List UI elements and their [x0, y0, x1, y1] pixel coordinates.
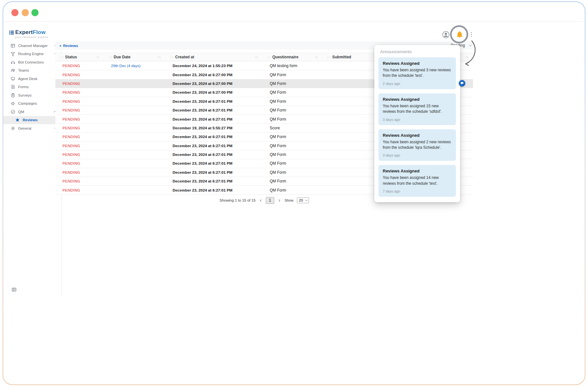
due-date-cell[interactable] [104, 97, 165, 106]
questionnaire-cell: QM Form [263, 133, 322, 141]
brand-tagline: your callcenter experts [15, 36, 48, 38]
announcement-body: You have been assigned 2 new reviews fro… [383, 139, 452, 151]
sidebar-item-routing-engine[interactable]: Routing Engine [3, 50, 62, 58]
created-at-cell: December 23, 2024 at 6:27:01 PM [165, 97, 263, 106]
sidebar-item-label: Campaigns [18, 101, 37, 105]
announcement-card[interactable]: Reviews Assigned You have been assigned … [379, 93, 456, 125]
sidebar-item-teams[interactable]: Teams [3, 66, 62, 75]
expertflow-logo: ExpertFlow your callcenter experts [9, 29, 48, 38]
page-size-value: 20 [299, 198, 303, 202]
due-date-cell[interactable] [104, 124, 165, 132]
drag-handle-icon[interactable]: ⋮⋮ [59, 55, 64, 59]
previous-page-button[interactable]: ‹ [259, 197, 262, 204]
announcement-title: Reviews Assigned [383, 169, 452, 173]
breadcrumb-label: Reviews [63, 44, 78, 48]
questionnaire-cell: QM testing form [263, 62, 322, 70]
sidebar-item-label: Channel Manager [18, 44, 48, 48]
due-date-cell[interactable] [104, 159, 165, 168]
notifications-bell-icon[interactable] [456, 30, 464, 39]
questionnaire-cell: QM Form [263, 186, 322, 194]
drag-handle-icon[interactable]: ⋮⋮ [169, 55, 174, 59]
announcement-time: 2 days ago [383, 82, 452, 86]
user-avatar-button[interactable] [442, 31, 449, 38]
due-date-cell[interactable] [104, 142, 165, 150]
status-cell: PENDING [55, 133, 104, 141]
questionnaire-cell: QM Form [263, 70, 322, 79]
zoom-window-button[interactable] [31, 9, 39, 16]
announcement-title: Reviews Assigned [383, 133, 452, 138]
sidebar-item-label: Forms [18, 85, 29, 89]
due-date-cell[interactable] [104, 88, 165, 97]
column-header-due-date[interactable]: ⋮⋮ Due Date ↑↓ [104, 53, 165, 61]
next-page-button[interactable]: › [278, 197, 281, 204]
sort-icon[interactable]: ↑↓ [466, 55, 469, 59]
sort-icon[interactable]: ↑↓ [315, 55, 318, 59]
announcement-time: 3 days ago [383, 153, 452, 157]
sidebar-item-channel-manager[interactable]: Channel Manager [3, 41, 62, 50]
sidebar-collapse-icon[interactable] [12, 287, 17, 292]
page-size-select[interactable]: 20 [297, 197, 309, 203]
due-date-cell[interactable] [104, 115, 165, 123]
created-at-cell: December 23, 2024 at 6:27:00 PM [165, 79, 263, 88]
status-cell: PENDING [55, 70, 104, 79]
created-at-cell: December 23, 2024 at 6:27:01 PM [165, 106, 263, 114]
due-date-cell[interactable] [104, 177, 165, 185]
minimize-window-button[interactable] [22, 9, 29, 16]
due-date-cell[interactable] [104, 186, 165, 194]
kebab-menu-icon[interactable]: ⋮ [469, 31, 474, 38]
due-date-cell[interactable] [104, 79, 165, 88]
due-date-cell[interactable] [104, 168, 165, 177]
questionnaire-cell: QM Form [263, 150, 322, 159]
announcement-body: You have been assigned 14 new reviews fr… [383, 175, 452, 186]
current-page-button[interactable]: 1 [266, 197, 274, 204]
expertflow-logo-icon [9, 30, 14, 35]
created-at-cell: December 23, 2024 at 6:27:01 PM [165, 150, 263, 159]
due-date-cell[interactable] [104, 70, 165, 79]
sidebar-item-campaigns[interactable]: Campaigns [3, 100, 62, 108]
sidebar-item-agent-desk[interactable]: Agent Desk [3, 75, 62, 83]
column-header-questionnaire[interactable]: ⋮⋮ Questionnaire ↑↓ [263, 53, 322, 61]
questionnaire-cell: QM Form [263, 177, 322, 185]
sort-icon[interactable]: ↑↓ [255, 55, 258, 59]
column-header-status[interactable]: ⋮⋮ Status ↑↓ [55, 53, 104, 61]
announcement-title: Reviews Assigned [383, 61, 452, 66]
announcement-time: 7 days ago [383, 189, 452, 193]
created-at-cell: December 23, 2024 at 6:27:01 PM [165, 168, 263, 177]
close-window-button[interactable] [11, 9, 18, 16]
announcement-card[interactable]: Reviews Assigned You have been assigned … [379, 129, 456, 161]
status-cell: PENDING [55, 150, 104, 159]
sidebar-item-qm[interactable]: QM [3, 108, 62, 116]
breadcrumb-arrow-icon: ▸ [60, 44, 62, 47]
sidebar: Channel Manager Routing Engine Bot Conne… [3, 41, 62, 296]
column-label: Questionnaire [272, 55, 299, 59]
announcements-title: Announcements [374, 45, 460, 57]
created-at-cell: December 23, 2024 at 6:27:00 PM [165, 88, 263, 97]
drag-handle-icon[interactable]: ⋮⋮ [108, 55, 112, 59]
questionnaire-cell: QM Form [263, 88, 322, 97]
announcement-card[interactable]: Reviews Assigned You have been assigned … [379, 57, 456, 89]
announcement-card[interactable]: Reviews Assigned You have been assigned … [379, 165, 456, 197]
sidebar-item-reviews[interactable]: Reviews [3, 116, 62, 124]
sort-icon[interactable]: ↑↓ [158, 55, 161, 59]
sort-icon[interactable]: ↑↓ [96, 55, 99, 59]
drag-handle-icon[interactable]: ⋮⋮ [326, 55, 331, 59]
page-size-label: Show [285, 198, 294, 202]
sidebar-item-surveys[interactable]: Surveys [3, 91, 62, 100]
sidebar-item-label: Routing Engine [18, 52, 44, 56]
sidebar-item-general[interactable]: General [3, 124, 62, 133]
status-cell: PENDING [55, 159, 104, 168]
status-cell: PENDING [55, 115, 104, 123]
due-date-cell[interactable]: 29th Dec (4 days) [104, 62, 165, 70]
breadcrumb[interactable]: ▸ Reviews [60, 44, 78, 48]
due-date-cell[interactable] [104, 150, 165, 159]
drag-handle-icon[interactable]: ⋮⋮ [266, 55, 271, 59]
status-cell: PENDING [55, 97, 104, 106]
chat-bubble-button[interactable] [459, 80, 465, 87]
questionnaire-cell: QM Form [263, 115, 322, 123]
sidebar-item-bot-connectors[interactable]: Bot Connectors [3, 58, 62, 66]
announcements-panel: Announcements Reviews Assigned You have … [374, 45, 460, 202]
column-header-created-at[interactable]: ⋮⋮ Created at ↑↓ [165, 53, 263, 61]
sidebar-item-forms[interactable]: Forms [3, 83, 62, 91]
due-date-cell[interactable] [104, 106, 165, 114]
due-date-cell[interactable] [104, 133, 165, 141]
